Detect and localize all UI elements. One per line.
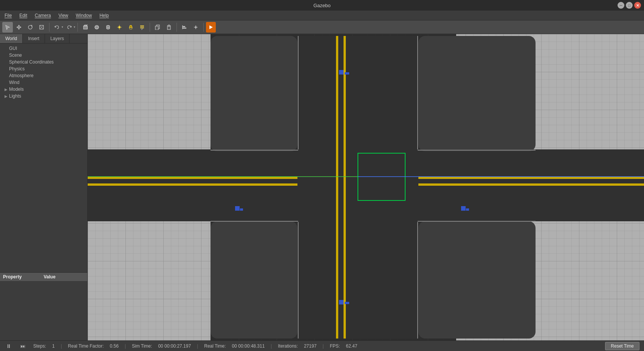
directional-light-button[interactable]: [137, 22, 147, 33]
menu-window[interactable]: Window: [74, 12, 94, 19]
sep2: |: [125, 343, 126, 349]
real-time-factor-value: 0.56: [110, 343, 119, 349]
svg-rect-58: [345, 72, 349, 75]
svg-point-7: [107, 28, 110, 29]
tree-item-spherical-coordinates[interactable]: Spherical Coordinates: [0, 59, 87, 65]
cylinder-button[interactable]: [103, 22, 113, 33]
menu-edit[interactable]: Edit: [18, 12, 29, 19]
property-panel: Property Value: [0, 272, 87, 340]
copy-button[interactable]: [152, 22, 163, 33]
svg-rect-23: [183, 26, 185, 27]
road-scene: [88, 34, 644, 340]
iterations-label: Iterations:: [278, 343, 298, 349]
tree-item-atmosphere-label: Atmosphere: [9, 73, 34, 78]
tab-insert[interactable]: Insert: [23, 34, 45, 43]
pause-button[interactable]: ⏸: [5, 343, 13, 349]
toolbar-separator-4: [176, 23, 177, 32]
real-time-factor-label: Real Time Factor:: [68, 343, 104, 349]
play-button[interactable]: [206, 22, 216, 33]
tree-item-models[interactable]: ▶ Models: [0, 86, 87, 93]
value-col-label: Value: [44, 274, 85, 280]
menu-view[interactable]: View: [57, 12, 70, 19]
statusbar: ⏸ ⏭ Steps: 1 | Real Time Factor: 0.56 | …: [0, 340, 644, 351]
select-tool-button[interactable]: [2, 22, 13, 33]
redo-group: ▾: [64, 22, 75, 33]
svg-rect-59: [235, 206, 240, 211]
rotate-tool-button[interactable]: [25, 22, 36, 33]
toolbar: ▾ ▾: [0, 20, 644, 34]
menu-help[interactable]: Help: [98, 12, 110, 19]
toolbar-separator-3: [150, 23, 150, 32]
tree-item-scene-label: Scene: [9, 53, 22, 58]
point-light-button[interactable]: [114, 22, 125, 33]
svg-rect-36: [211, 36, 297, 151]
undo-arrow[interactable]: ▾: [62, 25, 63, 29]
sep5: |: [323, 343, 324, 349]
svg-rect-39: [418, 221, 536, 339]
tree-item-models-label: Models: [9, 87, 24, 92]
tree-item-physics[interactable]: Physics: [0, 65, 87, 72]
box-button[interactable]: [80, 22, 91, 33]
minimize-button[interactable]: ─: [618, 2, 624, 9]
titlebar: Gazebo ─ □ ✕: [0, 0, 644, 11]
sidebar-tabs: World Insert Layers: [0, 34, 87, 43]
world-tree: GUI Scene Spherical Coordinates Physics …: [0, 43, 87, 272]
menubar: File Edit Camera View Window Help: [0, 11, 644, 20]
fps-value: 62.47: [346, 343, 357, 349]
real-time-label: Real Time:: [204, 343, 226, 349]
tree-item-atmosphere[interactable]: Atmosphere: [0, 72, 87, 79]
paste-button[interactable]: [164, 22, 174, 33]
undo-group: ▾: [52, 22, 63, 33]
sep4: |: [271, 343, 272, 349]
menu-camera[interactable]: Camera: [33, 12, 53, 19]
svg-rect-63: [339, 300, 344, 304]
tree-item-lights[interactable]: ▶ Lights: [0, 93, 87, 99]
scale-tool-button[interactable]: [36, 22, 47, 33]
toolbar-separator-5: [203, 23, 204, 32]
svg-point-10: [118, 26, 121, 28]
tab-layers[interactable]: Layers: [45, 34, 70, 43]
sidebar: World Insert Layers GUI Scene Spherical …: [0, 34, 88, 340]
app-title: Gazebo: [313, 3, 331, 8]
sim-time-value: 00 00:00:27.197: [158, 343, 191, 349]
property-header: Property Value: [0, 273, 87, 281]
redo-arrow[interactable]: ▾: [74, 25, 75, 29]
main-area: World Insert Layers GUI Scene Spherical …: [0, 34, 644, 340]
sep1: |: [61, 343, 62, 349]
svg-marker-26: [209, 25, 213, 29]
snap-button[interactable]: [190, 22, 201, 33]
tree-item-wind-label: Wind: [9, 80, 19, 85]
sep3: |: [197, 343, 198, 349]
maximize-button[interactable]: □: [626, 2, 633, 9]
reset-time-button[interactable]: Reset Time: [605, 342, 639, 350]
svg-rect-37: [418, 36, 536, 151]
svg-point-3: [95, 25, 99, 29]
translate-tool-button[interactable]: [14, 22, 24, 33]
svg-rect-62: [466, 208, 469, 211]
align-left-button[interactable]: [179, 22, 190, 33]
redo-button[interactable]: [64, 22, 74, 33]
models-arrow: ▶: [5, 87, 8, 92]
svg-rect-64: [345, 302, 349, 304]
tab-world[interactable]: World: [0, 34, 23, 43]
step-forward-button[interactable]: ⏭: [19, 343, 27, 349]
svg-rect-57: [339, 70, 344, 75]
iterations-value: 27197: [304, 343, 316, 349]
tree-item-scene[interactable]: Scene: [0, 52, 87, 59]
tree-item-lights-label: Lights: [9, 93, 21, 99]
svg-rect-20: [155, 26, 158, 30]
svg-rect-61: [461, 206, 466, 211]
svg-rect-24: [183, 28, 186, 29]
sim-time-label: Sim Time:: [132, 343, 152, 349]
real-time-value: 00 00:00:48.311: [232, 343, 265, 349]
close-button[interactable]: ✕: [634, 2, 641, 9]
undo-button[interactable]: [52, 22, 62, 33]
menu-file[interactable]: File: [3, 12, 13, 19]
spot-light-button[interactable]: [125, 22, 136, 33]
tree-item-wind[interactable]: Wind: [0, 79, 87, 86]
viewport[interactable]: [88, 34, 644, 340]
sphere-button[interactable]: [91, 22, 102, 33]
tree-item-gui[interactable]: GUI: [0, 45, 87, 52]
tree-item-physics-label: Physics: [9, 66, 25, 71]
tree-item-spherical-coordinates-label: Spherical Coordinates: [9, 59, 54, 65]
